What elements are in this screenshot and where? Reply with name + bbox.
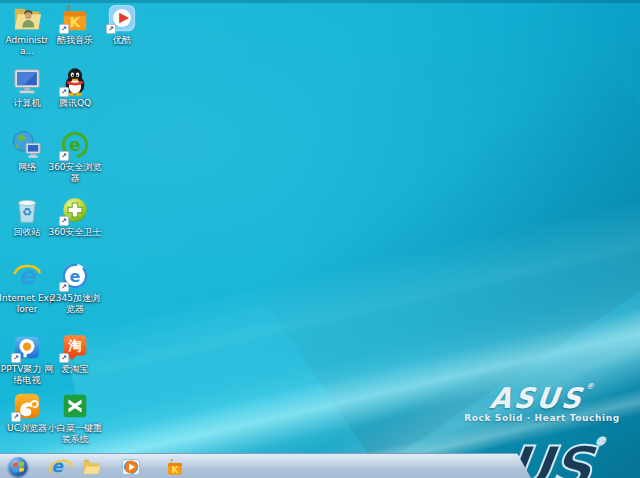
desktop-icon-360-guard[interactable]: ↗ 360安全卫士 [47,195,103,238]
tencent-qq-icon: ↗ [60,66,90,96]
recycle-bin-icon: ♻ [12,195,42,225]
media-player-icon [121,457,141,477]
pptv-icon: ↗ [12,332,42,362]
desktop: ASUS® Rock Solid · Heart Touching US® Ad… [0,0,640,478]
desktop-icon-label: 爱淘宝 [47,364,103,375]
internet-explorer-icon: e [12,261,42,291]
svg-text:♻: ♻ [22,206,32,219]
xiaobaicai-icon [60,391,90,421]
start-orb-icon [8,457,28,477]
desktop-icon-label: 小白菜一键重装系统 [47,423,103,445]
taskbar-media-player[interactable] [119,456,143,477]
desktop-icon-grid: Administra... ♪ K ↗ 酷我音乐 [0,0,640,478]
network-icon [12,130,42,160]
computer-icon [12,66,42,96]
360-browser-icon: e ↗ [60,130,90,160]
ie-taskbar-icon: e [51,458,63,475]
uc-browser-icon: ↗ [12,391,42,421]
svg-text:e: e [69,135,80,155]
taskbar-internet-explorer[interactable]: e [45,456,69,477]
shortcut-arrow-icon: ↗ [59,282,69,292]
svg-text:K: K [172,465,180,475]
360-guard-icon: ↗ [60,195,90,225]
desktop-icon-label: 2345加速浏览器 [47,293,103,315]
explorer-folder-icon [81,456,102,477]
desktop-icon-aitaobao[interactable]: 淘 ↗ 爱淘宝 [47,332,103,375]
shortcut-arrow-icon: ↗ [59,216,69,226]
kuwo-music-icon: ♪ K ↗ [60,3,90,33]
desktop-icon-xiaobaicai[interactable]: 小白菜一键重装系统 [47,391,103,445]
shortcut-arrow-icon: ↗ [59,87,69,97]
desktop-icon-youku[interactable]: ↗ 优酷 [94,3,150,46]
svg-text:K: K [70,14,82,30]
desktop-icon-2345-browser[interactable]: e ↗ 2345加速浏览器 [47,261,103,315]
desktop-icon-360-browser[interactable]: e ↗ 360安全浏览器 [47,130,103,184]
desktop-icon-label: 腾讯QQ [47,98,103,109]
desktop-icon-label: 优酷 [94,35,150,46]
kuwo-taskbar-icon: ♪ K [165,457,185,477]
svg-text:淘: 淘 [67,338,81,353]
start-button[interactable] [6,456,30,477]
shortcut-arrow-icon: ↗ [59,24,69,34]
youku-icon: ↗ [107,3,137,33]
user-folder-icon [12,3,42,33]
desktop-icon-label: 360安全卫士 [47,227,103,238]
desktop-icon-tencent-qq[interactable]: ↗ 腾讯QQ [47,66,103,109]
taskbar-kuwo-music[interactable]: ♪ K [163,456,187,477]
shortcut-arrow-icon: ↗ [106,24,116,34]
taskbar-windows-explorer[interactable] [79,456,103,477]
shortcut-arrow-icon: ↗ [59,353,69,363]
shortcut-arrow-icon: ↗ [11,353,21,363]
aitaobao-icon: 淘 ↗ [60,332,90,362]
desktop-icon-label: 360安全浏览器 [47,162,103,184]
shortcut-arrow-icon: ↗ [59,151,69,161]
svg-text:e: e [70,267,81,286]
shortcut-arrow-icon: ↗ [11,412,21,422]
2345-browser-icon: e ↗ [60,261,90,291]
